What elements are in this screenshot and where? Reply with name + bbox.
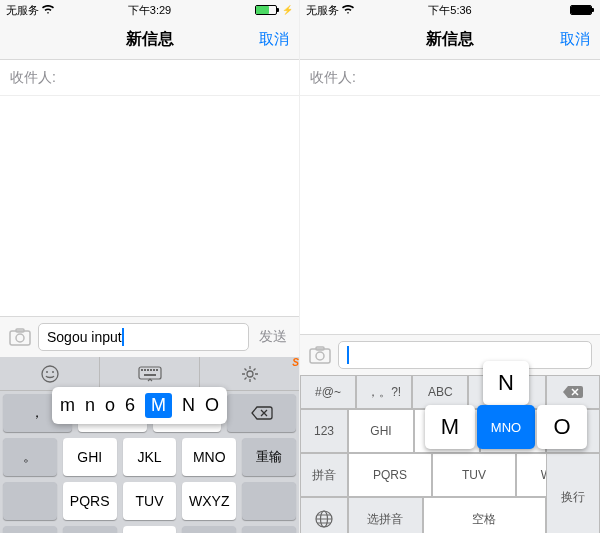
recipient-label: 收件人: <box>10 69 56 87</box>
charging-icon: ⚡ <box>282 5 293 15</box>
svg-rect-6 <box>139 367 161 379</box>
svg-rect-8 <box>144 369 146 371</box>
key-abc-cand[interactable]: ABC <box>412 375 468 409</box>
svg-point-17 <box>316 352 324 360</box>
recipient-row[interactable]: 收件人: <box>300 60 600 96</box>
carrier-label: 无服务 <box>306 3 339 18</box>
input-text: Sogou input <box>47 329 122 345</box>
key-lang-switch[interactable]: 中/英 <box>182 526 236 533</box>
sogou-badge-icon: S <box>292 357 299 368</box>
text-cursor <box>122 328 124 346</box>
message-input[interactable] <box>338 341 592 369</box>
key-ghi[interactable]: GHI <box>348 409 414 453</box>
recipient-row[interactable]: 收件人: <box>0 60 299 96</box>
camera-icon[interactable] <box>308 346 332 364</box>
send-button[interactable]: 发送 <box>255 328 291 346</box>
input-bar <box>300 334 600 375</box>
key-tuv[interactable]: TUV <box>432 453 516 497</box>
carrier-label: 无服务 <box>6 3 39 18</box>
svg-rect-16 <box>310 349 330 363</box>
key-123[interactable]: 123 <box>63 526 117 533</box>
message-input[interactable]: Sogou input <box>38 323 249 351</box>
popup-o[interactable]: O <box>537 405 587 449</box>
popup-opt-selected[interactable]: M <box>145 393 172 418</box>
backspace-icon[interactable] <box>546 375 600 409</box>
popup-opt[interactable]: 6 <box>125 395 135 416</box>
nav-bar: 新信息 取消 <box>300 20 600 60</box>
key-pinyin[interactable]: 拼音 <box>300 453 348 497</box>
svg-rect-12 <box>156 369 158 371</box>
cancel-button[interactable]: 取消 <box>560 30 590 49</box>
key-blank-right[interactable] <box>242 482 296 520</box>
nav-bar: 新信息 取消 <box>0 20 299 60</box>
svg-rect-11 <box>153 369 155 371</box>
backspace-icon[interactable] <box>227 394 296 432</box>
status-bar: 无服务 下午5:36 <box>300 0 600 20</box>
keyboard-left: S m n o 6 M N O <box>0 357 299 533</box>
svg-rect-10 <box>150 369 152 371</box>
battery-icon <box>255 5 279 15</box>
kb-candidate-row: #@~ ，。?! ABC <box>300 375 600 409</box>
message-area <box>0 96 299 316</box>
key-blank-left[interactable] <box>3 482 57 520</box>
text-cursor <box>347 346 349 364</box>
key-pqrs[interactable]: PQRS <box>348 453 432 497</box>
wifi-icon <box>42 5 54 15</box>
popup-opt[interactable]: n <box>85 395 95 416</box>
phone-right: 无服务 下午5:36 新信息 取消 收件人: <box>300 0 600 533</box>
emoji-icon[interactable] <box>0 357 100 390</box>
key-newline[interactable]: 换行 <box>242 526 296 533</box>
svg-point-14 <box>247 371 253 377</box>
popup-mno-selected[interactable]: MNO <box>477 405 535 449</box>
key-pqrs[interactable]: PQRS <box>63 482 117 520</box>
svg-point-1 <box>16 334 24 342</box>
phone-left: 无服务 下午3:29 ⚡ 新信息 取消 收件人: <box>0 0 300 533</box>
key-ghi[interactable]: GHI <box>63 438 117 476</box>
svg-rect-0 <box>10 331 30 345</box>
kb-toolbar <box>0 357 299 391</box>
popup-opt[interactable]: N <box>182 395 195 416</box>
svg-point-3 <box>42 366 58 382</box>
popup-opt[interactable]: O <box>205 395 219 416</box>
cancel-button[interactable]: 取消 <box>259 30 289 49</box>
key-tuv[interactable]: TUV <box>123 482 177 520</box>
key-punct[interactable]: ，。?! <box>356 375 412 409</box>
svg-point-4 <box>46 371 48 373</box>
key-wxyz[interactable]: WXYZ <box>182 482 236 520</box>
key-symbols-hash[interactable]: #@~ <box>300 375 356 409</box>
input-bar: Sogou input 发送 <box>0 316 299 357</box>
popup-opt[interactable]: o <box>105 395 115 416</box>
key-select-pinyin[interactable]: 选拼音 <box>348 497 423 533</box>
svg-point-5 <box>52 371 54 373</box>
key-symbols[interactable]: 符 <box>3 526 57 533</box>
page-title: 新信息 <box>426 29 474 50</box>
keyboard-right: #@~ ，。?! ABC N M MNO O 123 GHI <box>300 375 600 533</box>
key-space[interactable]: 空格 <box>423 497 546 533</box>
key-reinput[interactable]: 重输 <box>242 438 296 476</box>
time-label: 下午5:36 <box>428 3 471 18</box>
popup-n[interactable]: N <box>483 361 529 405</box>
key-jkl[interactable]: JKL <box>123 438 177 476</box>
page-title: 新信息 <box>126 29 174 50</box>
svg-rect-7 <box>141 369 143 371</box>
status-bar: 无服务 下午3:29 ⚡ <box>0 0 299 20</box>
key-123[interactable]: 123 <box>300 409 348 453</box>
popup-opt[interactable]: m <box>60 395 75 416</box>
wifi-icon <box>342 5 354 15</box>
recipient-label: 收件人: <box>310 69 356 87</box>
popup-m[interactable]: M <box>425 405 475 449</box>
svg-rect-9 <box>147 369 149 371</box>
settings-gear-icon[interactable] <box>200 357 299 390</box>
battery-icon <box>570 5 594 15</box>
key-mno[interactable]: MNO <box>182 438 236 476</box>
camera-icon[interactable] <box>8 328 32 346</box>
time-label: 下午3:29 <box>128 3 171 18</box>
svg-rect-13 <box>144 374 156 376</box>
key-newline[interactable]: 换行 <box>546 453 600 533</box>
key-popup[interactable]: m n o 6 M N O <box>52 387 227 424</box>
mic-icon[interactable] <box>123 526 177 533</box>
globe-icon[interactable] <box>300 497 348 533</box>
key-period[interactable]: 。 <box>3 438 57 476</box>
message-area <box>300 96 600 334</box>
keyboard-switch-icon[interactable] <box>100 357 200 390</box>
